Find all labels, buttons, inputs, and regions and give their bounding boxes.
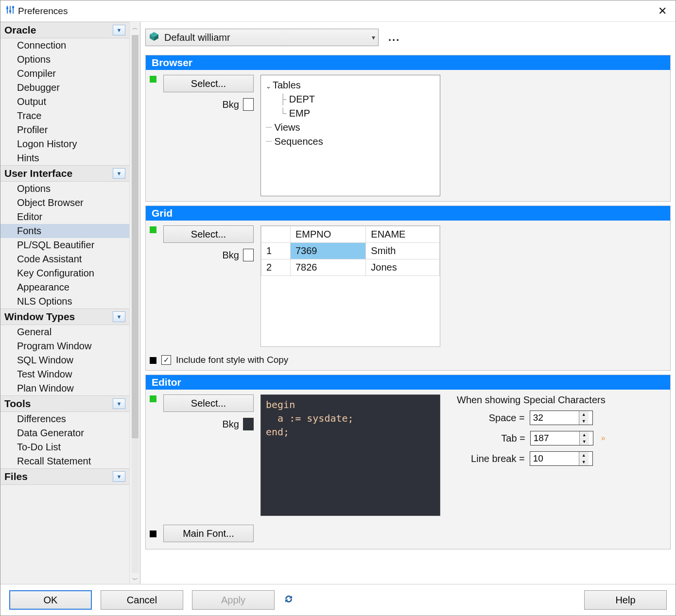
tree-node-sequences[interactable]: Sequences: [275, 136, 323, 147]
sidebar-item-data-generator[interactable]: Data Generator: [0, 426, 129, 440]
sidebar-item-beautifier[interactable]: PL/SQL Beautifier: [0, 238, 129, 252]
spinner-up-icon[interactable]: ▲: [579, 411, 589, 418]
browser-preview: ⌄Tables ├ DEPT └ EMP ┈ Views ┈ Sequences: [260, 75, 440, 196]
editor-bkg-swatch[interactable]: [243, 418, 254, 430]
spinner-up-icon[interactable]: ▲: [580, 431, 589, 438]
help-button[interactable]: Help: [584, 590, 667, 610]
linebreak-spinner[interactable]: ▲▼: [530, 451, 593, 466]
sidebar-item-general[interactable]: General: [0, 325, 129, 339]
section-header-editor: Editor: [146, 375, 670, 390]
grid-preview: EMPNO ENAME 1 7369 Smith 2 7826: [260, 225, 440, 347]
ellipsis-button[interactable]: ...: [385, 31, 403, 44]
grid-select-button[interactable]: Select...: [163, 225, 254, 243]
sidebar-item-nls-options[interactable]: NLS Options: [0, 294, 129, 308]
content-panel: Default williamr ▾ ... Browser Select...…: [140, 22, 676, 584]
browser-bkg-swatch[interactable]: [243, 98, 254, 111]
space-input[interactable]: [530, 411, 579, 425]
editor-select-button[interactable]: Select...: [163, 394, 254, 412]
grid-bkg-swatch[interactable]: [243, 249, 254, 261]
scroll-down-icon[interactable]: ﹀: [132, 576, 138, 584]
linebreak-input[interactable]: [530, 452, 579, 465]
scroll-thumb[interactable]: [132, 35, 139, 438]
sidebar-item-test-window[interactable]: Test Window: [0, 367, 129, 381]
tree-node-dept[interactable]: DEPT: [289, 94, 315, 104]
spinner-down-icon[interactable]: ▼: [579, 418, 589, 425]
tree-node-views[interactable]: Views: [275, 122, 300, 133]
chevron-down-icon[interactable]: ▼: [113, 25, 125, 35]
spinner-up-icon[interactable]: ▲: [579, 452, 589, 459]
tree-node-emp[interactable]: EMP: [289, 108, 310, 119]
sidebar-item-object-browser[interactable]: Object Browser: [0, 196, 129, 210]
include-font-style-label: Include font style with Copy: [176, 355, 288, 365]
sidebar-item-output[interactable]: Output: [0, 95, 129, 109]
tree-expand-icon[interactable]: ⌄: [266, 82, 273, 91]
sidebar-category-user-interface[interactable]: User Interface ▼: [0, 165, 129, 182]
table-row[interactable]: 2 7826 Jones: [261, 259, 440, 276]
chevron-down-icon[interactable]: ▼: [113, 471, 125, 482]
chevron-down-icon[interactable]: ▼: [113, 168, 125, 179]
sidebar-item-options[interactable]: Options: [0, 52, 129, 67]
sidebar-category-tools[interactable]: Tools ▼: [0, 395, 129, 412]
scroll-up-icon[interactable]: ︿: [132, 24, 138, 32]
grid-col-rownum: [261, 226, 291, 243]
browser-select-button[interactable]: Select...: [163, 75, 254, 92]
sidebar-category-label: Window Types: [4, 311, 75, 323]
sidebar-item-todo-list[interactable]: To-Do List: [0, 440, 129, 454]
grid-col-empno: EMPNO: [291, 226, 366, 243]
sidebar-item-key-configuration[interactable]: Key Configuration: [0, 266, 129, 280]
sidebar-item-editor[interactable]: Editor: [0, 210, 129, 224]
preference-set-combo[interactable]: Default williamr ▾: [145, 29, 379, 46]
sidebar-category-window-types[interactable]: Window Types ▼: [0, 308, 129, 325]
sidebar-item-connection[interactable]: Connection: [0, 38, 129, 52]
sidebar-item-hints[interactable]: Hints: [0, 151, 129, 165]
chevron-down-icon[interactable]: ▼: [113, 311, 125, 322]
cancel-button[interactable]: Cancel: [101, 590, 183, 610]
sidebar-category-oracle[interactable]: Oracle ▼: [0, 22, 129, 38]
spinner-down-icon[interactable]: ▼: [579, 459, 589, 465]
sidebar-scrollbar[interactable]: ︿ ﹀: [129, 22, 140, 584]
sidebar-item-fonts[interactable]: Fonts: [0, 224, 129, 238]
sidebar-item-profiler[interactable]: Profiler: [0, 123, 129, 137]
sidebar-item-logon-history[interactable]: Logon History: [0, 137, 129, 151]
angle-quote-icon: »: [601, 434, 606, 443]
sidebar-item-plan-window[interactable]: Plan Window: [0, 381, 129, 395]
scroll-track[interactable]: [132, 35, 139, 573]
sidebar-category-label: User Interface: [4, 168, 72, 179]
sidebar-item-sql-window[interactable]: SQL Window: [0, 353, 129, 367]
sidebar-item-debugger[interactable]: Debugger: [0, 81, 129, 95]
sidebar-item-appearance[interactable]: Appearance: [0, 280, 129, 294]
ok-button[interactable]: OK: [9, 590, 92, 610]
section-grid: Grid Select... Bkg: [145, 205, 671, 371]
chevron-down-icon: ▾: [372, 34, 375, 41]
main-font-button[interactable]: Main Font...: [163, 525, 254, 542]
close-icon[interactable]: ✕: [654, 5, 671, 17]
sidebar-category-label: Files: [4, 471, 28, 482]
tab-input[interactable]: [531, 431, 579, 445]
sidebar-item-differences[interactable]: Differences: [0, 412, 129, 426]
include-font-style-checkbox[interactable]: ✓: [161, 355, 171, 365]
grid-cell: Smith: [366, 243, 440, 259]
table-row[interactable]: 1 7369 Smith: [261, 243, 440, 259]
tree-node-tables[interactable]: Tables: [273, 80, 301, 90]
sidebar-item-code-assistant[interactable]: Code Assistant: [0, 252, 129, 266]
sidebar-item-trace[interactable]: Trace: [0, 109, 129, 123]
spinner-down-icon[interactable]: ▼: [580, 438, 589, 445]
status-marker-icon: [150, 76, 156, 83]
titlebar: Preferences ✕: [0, 0, 676, 22]
browser-bkg-label: Bkg: [223, 99, 239, 110]
sidebar-item-compiler[interactable]: Compiler: [0, 67, 129, 81]
sidebar-item-options[interactable]: Options: [0, 182, 129, 196]
apply-button[interactable]: Apply: [192, 590, 275, 610]
grid-cell: 7826: [291, 259, 366, 276]
sync-icon[interactable]: [283, 594, 294, 607]
sidebar-item-recall-statement[interactable]: Recall Statement: [0, 454, 129, 468]
grid-cell: 2: [261, 259, 291, 276]
tab-spinner[interactable]: ▲▼: [530, 431, 593, 445]
grid-col-ename: ENAME: [366, 226, 440, 243]
space-spinner[interactable]: ▲▼: [530, 411, 593, 425]
sidebar-category-files[interactable]: Files ▼: [0, 468, 129, 485]
sidebar-item-program-window[interactable]: Program Window: [0, 339, 129, 353]
special-characters-panel: When showing Special Characters Space = …: [457, 394, 606, 516]
chevron-down-icon[interactable]: ▼: [113, 398, 125, 409]
tab-label: Tab =: [501, 433, 525, 444]
